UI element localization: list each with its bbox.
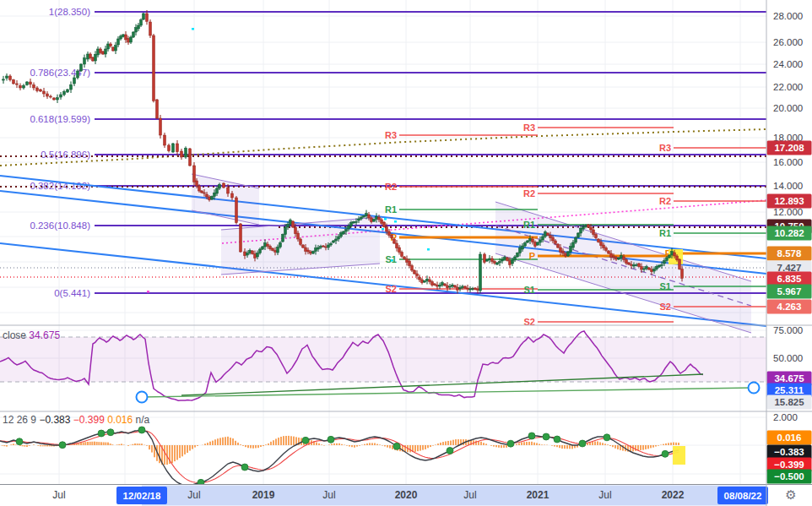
hist-bar [544,444,545,445]
hist-bar [87,442,89,445]
hist-bar [96,442,98,445]
pivot-label-P: P [529,251,535,261]
time-tick-label: Jul [52,489,65,501]
candle-body [414,270,416,274]
hist-bar [645,445,647,449]
candle-body [193,166,196,182]
macd-cross-dot [138,427,145,433]
time-tick-label: Jul [322,489,335,501]
candle-body [120,36,122,39]
candle-body [598,239,600,242]
candle-body [613,256,615,258]
candle-body [643,269,646,269]
hist-bar [176,445,178,460]
pivot-label-S2: S2 [386,284,397,294]
candle-body [254,254,257,258]
candle-body [223,183,225,188]
hist-bar [364,444,365,445]
rsi-pane-label[interactable]: close 34.675 [3,329,60,341]
macd-pane-label[interactable]: 12 26 9 −0.383 −0.399 0.016 n/a [3,414,149,426]
hist-bar [387,445,388,448]
candle-body [496,263,499,264]
candle-body [67,90,69,92]
trendline-anchor[interactable] [137,392,148,403]
macd-cross-dot [604,434,610,441]
candle-body [653,269,656,272]
chart-canvas[interactable]: 1(28.350)0.786(23.447)0.618(19.599)0.5(1… [0,0,812,506]
candle-body [499,262,501,263]
hist-bar [26,445,28,447]
macd-cross-dot [447,448,453,454]
trendline-anchor[interactable] [749,383,760,394]
candle-body [646,267,648,269]
hist-bar [214,439,216,445]
candle-body [292,221,295,227]
candle-body [590,227,593,230]
hist-bar [518,443,520,445]
hist-bar [658,445,659,446]
candle-body [532,239,534,242]
candle-body [519,248,522,253]
candle-body [575,238,577,242]
hist-bar [84,442,86,445]
highlight-box[interactable] [673,446,685,465]
hist-bar [98,442,100,445]
time-axis[interactable]: JulJul2019Jul2020Jul2021Jul202212/02/180… [0,485,768,506]
hist-bar [435,444,436,445]
hist-bar [275,438,277,445]
candle-body [636,264,638,265]
hist-bar [354,445,355,448]
hist-bar [425,445,426,449]
candle-body [282,235,284,242]
hist-bar [116,444,118,445]
macd-pane[interactable] [0,427,685,486]
candle-body [679,259,681,269]
hist-bar [100,442,102,445]
macd-cross-dot [241,464,248,471]
hist-bar [485,443,487,445]
candle-body [524,243,527,246]
marker-dot [147,291,149,293]
candle-body [53,98,56,100]
hist-bar [561,445,563,449]
candle-body [348,226,350,230]
time-tick-label: Jul [598,489,611,501]
candle-body [373,220,376,222]
candle-body [396,243,398,248]
hist-bar [457,439,459,445]
hist-bar [604,443,606,445]
hist-bar [617,445,619,449]
candle-body [127,39,130,43]
time-tick-label: 2020 [395,489,418,501]
candle-body [582,227,585,230]
macd-params-label: 12 26 9 [3,414,36,426]
hist-bar [240,444,241,445]
axis-tick-label: 16.000 [773,157,803,167]
candle-body [130,37,133,42]
candle-body [340,233,343,237]
hist-bar [356,445,358,447]
candle-body [512,260,514,264]
candle-body [338,237,340,239]
candle-body [459,288,462,290]
axis-tick-label: 14.000 [773,181,803,191]
candle-body [449,286,452,287]
hist-bar [316,443,317,445]
settings-gear-icon[interactable]: ⚙ [778,487,804,504]
price-axis[interactable]: 28.00026.00024.00022.00020.00018.00016.0… [766,0,812,506]
hist-bar [379,444,381,445]
candle-body [522,246,524,249]
candle-body [244,252,246,256]
hist-bar [597,442,598,445]
candle-body [615,258,618,259]
hist-bar [533,443,535,445]
hist-bar [592,442,593,445]
candle-body [246,253,249,256]
hist-bar [384,445,386,446]
hist-bar [506,445,507,448]
fib-label: 1(28.350) [49,7,90,17]
hist-bar [432,445,434,446]
hist-bar [452,440,454,445]
hist-bar [227,437,229,445]
hist-bar [260,445,262,447]
